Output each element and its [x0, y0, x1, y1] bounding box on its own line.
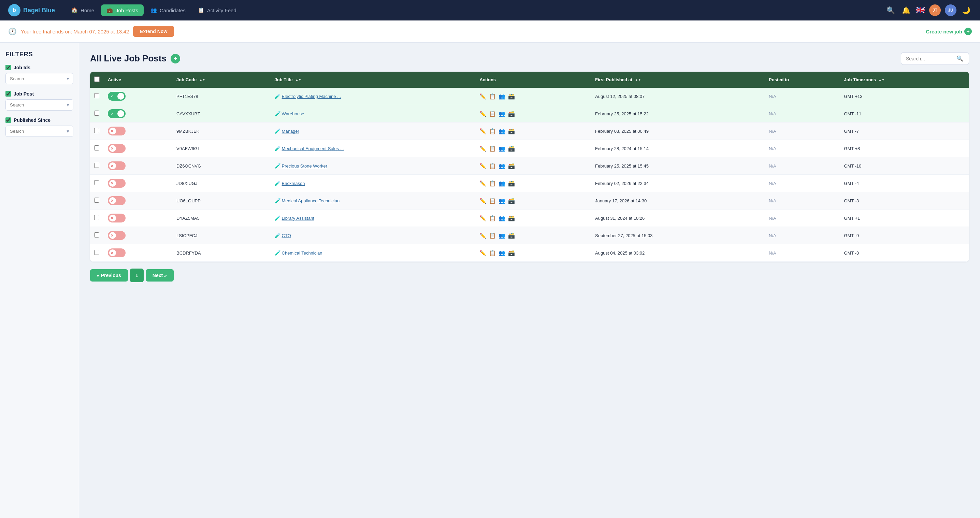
edit-icon[interactable]: ✏️ [479, 197, 486, 204]
copy-icon[interactable]: 📋 [489, 163, 496, 169]
users-icon[interactable]: 👥 [498, 93, 505, 100]
copy-icon[interactable]: 📋 [489, 197, 496, 204]
row-checkbox[interactable] [94, 111, 99, 116]
notifications-button[interactable]: 🔔 [900, 5, 912, 16]
copy-icon[interactable]: 📋 [489, 111, 496, 117]
search-button[interactable]: 🔍 [885, 5, 896, 16]
add-job-button[interactable]: + [170, 54, 180, 64]
job-title-link[interactable]: Electrolytic Plating Machine ... [282, 94, 341, 99]
job-title-link[interactable]: Brickmason [282, 181, 305, 186]
archive-icon[interactable]: 🗃️ [508, 111, 515, 117]
row-checkbox[interactable] [94, 93, 99, 98]
filter-job-ids-checkbox[interactable] [5, 65, 11, 70]
filter-job-ids-input[interactable] [5, 73, 73, 84]
edit-icon[interactable]: ✏️ [479, 232, 486, 239]
toggle-off[interactable]: ✕ [108, 161, 126, 170]
edit-icon[interactable]: ✏️ [479, 163, 486, 169]
archive-icon[interactable]: 🗃️ [508, 232, 515, 239]
filter-job-post-input[interactable] [5, 99, 73, 111]
copy-icon[interactable]: 📋 [489, 145, 496, 152]
page-number-1[interactable]: 1 [130, 269, 144, 282]
dark-mode-toggle[interactable]: 🌙 [961, 5, 972, 16]
users-icon[interactable]: 👥 [498, 163, 505, 169]
archive-icon[interactable]: 🗃️ [508, 215, 515, 221]
copy-icon[interactable]: 📋 [489, 250, 496, 256]
nav-item-activity-feed[interactable]: 📋 Activity Feed [192, 5, 242, 16]
archive-icon[interactable]: 🗃️ [508, 93, 515, 100]
job-title-link[interactable]: Precious Stone Worker [282, 164, 327, 168]
job-timezones-col-header[interactable]: Job Timezones ▲▼ [840, 72, 969, 88]
job-code-col-header[interactable]: Job Code ▲▼ [172, 72, 270, 88]
filter-job-ids-label[interactable]: Job Ids [5, 65, 73, 70]
row-checkbox[interactable] [94, 215, 99, 220]
edit-icon[interactable]: ✏️ [479, 111, 486, 117]
edit-icon[interactable]: ✏️ [479, 93, 486, 100]
job-title-link[interactable]: CTO [282, 233, 291, 238]
row-checkbox[interactable] [94, 232, 99, 237]
brand[interactable]: b Bagel Blue [8, 4, 55, 16]
edit-icon[interactable]: ✏️ [479, 250, 486, 256]
job-title-link[interactable]: Warehouse [282, 111, 304, 116]
copy-icon[interactable]: 📋 [489, 180, 496, 187]
job-title-link[interactable]: Mechanical Equipment Sales ... [282, 146, 344, 151]
next-page-button[interactable]: Next » [146, 269, 174, 281]
edit-icon[interactable]: ✏️ [479, 128, 486, 135]
job-title-col-header[interactable]: Job Title ▲▼ [270, 72, 476, 88]
job-title-link[interactable]: Medical Appliance Technician [282, 198, 340, 203]
toggle-on[interactable]: ✓ [108, 109, 126, 118]
edit-icon[interactable]: ✏️ [479, 180, 486, 187]
row-checkbox[interactable] [94, 145, 99, 151]
create-new-job-button[interactable]: Create new job + [926, 28, 972, 35]
row-checkbox[interactable] [94, 180, 99, 185]
users-icon[interactable]: 👥 [498, 197, 505, 204]
copy-icon[interactable]: 📋 [489, 128, 496, 135]
toggle-off[interactable]: ✕ [108, 231, 126, 240]
filter-job-post-label[interactable]: Job Post [5, 91, 73, 97]
toggle-off[interactable]: ✕ [108, 214, 126, 222]
archive-icon[interactable]: 🗃️ [508, 180, 515, 187]
select-all-checkbox[interactable] [94, 76, 100, 82]
toggle-off[interactable]: ✕ [108, 127, 126, 135]
archive-icon[interactable]: 🗃️ [508, 128, 515, 135]
row-checkbox[interactable] [94, 197, 99, 203]
edit-icon[interactable]: ✏️ [479, 215, 486, 221]
filter-published-since-label[interactable]: Published Since [5, 118, 73, 123]
row-checkbox[interactable] [94, 250, 99, 255]
filter-published-since-input[interactable] [5, 126, 73, 137]
toggle-off[interactable]: ✕ [108, 196, 126, 205]
users-icon[interactable]: 👥 [498, 145, 505, 152]
toggle-on[interactable]: ✓ [108, 92, 126, 101]
row-checkbox[interactable] [94, 163, 99, 168]
nav-item-job-posts[interactable]: 💼 Job Posts [101, 5, 144, 16]
copy-icon[interactable]: 📋 [489, 93, 496, 100]
nav-item-home[interactable]: 🏠 Home [66, 5, 100, 16]
language-selector[interactable]: 🇬🇧 [916, 6, 925, 15]
copy-icon[interactable]: 📋 [489, 215, 496, 221]
users-icon[interactable]: 👥 [498, 180, 505, 187]
job-title-link[interactable]: Chemical Technician [282, 251, 323, 256]
archive-icon[interactable]: 🗃️ [508, 145, 515, 152]
users-icon[interactable]: 👥 [498, 128, 505, 135]
toggle-off[interactable]: ✕ [108, 179, 126, 187]
jobs-search-input[interactable] [906, 56, 954, 62]
toggle-off[interactable]: ✕ [108, 144, 126, 153]
filter-published-since-checkbox[interactable] [5, 118, 11, 123]
archive-icon[interactable]: 🗃️ [508, 163, 515, 169]
users-icon[interactable]: 👥 [498, 215, 505, 221]
users-icon[interactable]: 👥 [498, 250, 505, 256]
avatar-jt[interactable]: JT [929, 5, 941, 16]
previous-page-button[interactable]: « Previous [90, 269, 128, 281]
extend-now-button[interactable]: Extend Now [133, 26, 174, 37]
nav-item-candidates[interactable]: 👥 Candidates [145, 5, 191, 16]
archive-icon[interactable]: 🗃️ [508, 250, 515, 256]
first-published-col-header[interactable]: First Published at ▲▼ [591, 72, 765, 88]
job-title-link[interactable]: Manager [282, 129, 299, 134]
edit-icon[interactable]: ✏️ [479, 145, 486, 152]
filter-job-post-checkbox[interactable] [5, 91, 11, 97]
copy-icon[interactable]: 📋 [489, 232, 496, 239]
row-checkbox[interactable] [94, 128, 99, 133]
job-title-link[interactable]: Library Assistant [282, 216, 314, 221]
archive-icon[interactable]: 🗃️ [508, 197, 515, 204]
users-icon[interactable]: 👥 [498, 232, 505, 239]
users-icon[interactable]: 👥 [498, 111, 505, 117]
